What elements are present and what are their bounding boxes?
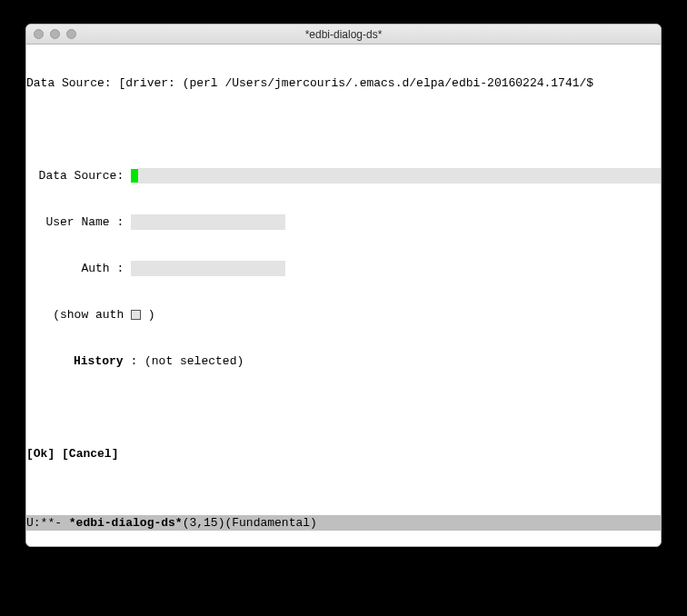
header-line: Data Source: [driver: (perl /Users/jmerc… bbox=[26, 75, 661, 91]
show-auth-checkbox[interactable] bbox=[131, 310, 141, 320]
history-value[interactable]: (not selected) bbox=[144, 353, 244, 369]
history-row: History : (not selected) bbox=[26, 353, 661, 369]
modeline-position: (3,15) bbox=[183, 516, 225, 530]
minimize-icon[interactable] bbox=[50, 29, 60, 39]
auth-input[interactable] bbox=[131, 261, 285, 276]
buffer-area[interactable]: Data Source: [driver: (perl /Users/jmerc… bbox=[26, 45, 661, 515]
blank-line bbox=[26, 122, 661, 137]
emacs-window: *edbi-dialog-ds* Data Source: [driver: (… bbox=[25, 24, 662, 547]
modeline-mode: (Fundamental) bbox=[224, 516, 316, 530]
blank-line-2 bbox=[26, 400, 661, 415]
text-cursor bbox=[131, 169, 138, 183]
mode-line[interactable]: U:**- *edbi-dialog-ds* (3,15) (Fundament… bbox=[26, 515, 661, 531]
traffic-lights bbox=[26, 29, 76, 39]
modeline-status: U:**- bbox=[26, 516, 69, 530]
history-label: History bbox=[74, 353, 124, 369]
zoom-icon[interactable] bbox=[66, 29, 76, 39]
header-label: Data Source: bbox=[26, 75, 118, 91]
show-auth-prefix: (show auth bbox=[26, 307, 131, 323]
user-name-input[interactable] bbox=[131, 214, 285, 230]
window-titlebar[interactable]: *edbi-dialog-ds* bbox=[26, 25, 661, 45]
user-name-label: User Name : bbox=[26, 214, 131, 230]
header-driver-info: [driver: (perl /Users/jmercouris/.emacs.… bbox=[118, 75, 593, 91]
data-source-label: Data Source: bbox=[26, 168, 131, 184]
cancel-button[interactable]: [Cancel] bbox=[62, 446, 118, 462]
window-title: *edbi-dialog-ds* bbox=[26, 28, 661, 41]
close-icon[interactable] bbox=[34, 29, 44, 39]
button-row: [Ok] [Cancel] bbox=[26, 446, 661, 462]
modeline-buffer-name: *edbi-dialog-ds* bbox=[69, 516, 183, 530]
minibuffer[interactable] bbox=[26, 531, 661, 546]
show-auth-row: (show auth ) bbox=[26, 307, 661, 323]
auth-label: Auth : bbox=[26, 261, 131, 276]
show-auth-suffix: ) bbox=[141, 307, 155, 323]
field-row-data-source: Data Source: bbox=[26, 168, 661, 184]
ok-button[interactable]: [Ok] bbox=[26, 446, 55, 462]
field-row-auth: Auth : bbox=[26, 261, 661, 276]
field-row-user-name: User Name : bbox=[26, 214, 661, 230]
history-sep: : bbox=[124, 353, 144, 369]
data-source-input[interactable] bbox=[138, 168, 661, 184]
